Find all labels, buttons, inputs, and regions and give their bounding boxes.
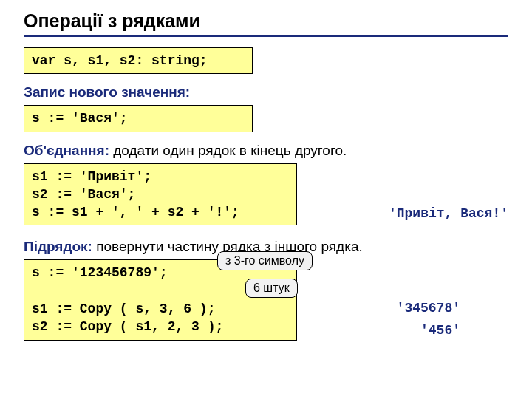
page-title: Операції з рядками <box>24 10 508 32</box>
section-concat: Об'єднання: додати один рядок в кінець д… <box>24 143 508 159</box>
section-assign: Запис нового значення: <box>24 84 508 100</box>
substr-label: Підрядок: <box>24 239 92 254</box>
assign-label: Запис нового значення: <box>24 84 190 100</box>
concat-row: s1 := 'Привіт'; s2 := 'Вася'; s := s1 + … <box>24 160 508 226</box>
code-declaration: var s, s1, s2: string; <box>24 47 253 74</box>
substr-result-2: '456' <box>420 323 460 338</box>
title-rule <box>24 35 508 37</box>
concat-desc: додати один рядок в кінець другого. <box>109 143 347 158</box>
slide: Операції з рядками var s, s1, s2: string… <box>0 0 532 341</box>
code-substr: s := '123456789'; s1 := Copy ( s, 3, 6 )… <box>24 259 297 340</box>
substr-row: s := '123456789'; s1 := Copy ( s, 3, 6 )… <box>24 256 508 340</box>
code-assign: s := 'Вася'; <box>24 105 253 132</box>
substr-result-1: '345678' <box>397 301 460 316</box>
concat-result: 'Привіт, Вася!' <box>389 206 508 221</box>
callout-from-3rd: з 3-го символу <box>217 251 313 270</box>
code-concat: s1 := 'Привіт'; s2 := 'Вася'; s := s1 + … <box>24 163 297 226</box>
concat-label: Об'єднання: <box>24 143 109 158</box>
callout-6-items: 6 штук <box>245 279 298 298</box>
